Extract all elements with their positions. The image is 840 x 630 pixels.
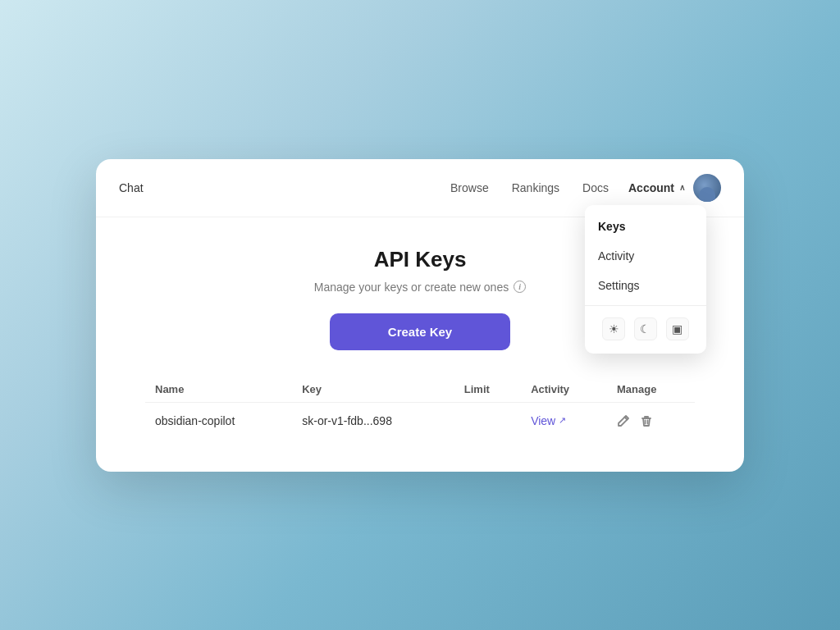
dropdown-settings-item[interactable]: Settings <box>585 271 706 300</box>
keys-table-container: Name Key Limit Activity Manage obsidian-… <box>135 377 705 439</box>
nav-docs-link[interactable]: Docs <box>582 181 609 194</box>
key-name-cell: obsidian-copilot <box>145 402 292 439</box>
trash-icon <box>640 414 653 427</box>
account-dropdown: Keys Activity Settings ☀ ☾ ▣ <box>585 205 706 354</box>
nav-rankings-link[interactable]: Rankings <box>512 181 559 194</box>
subtitle-text: Manage your keys or create new ones <box>314 281 509 294</box>
table-header: Name Key Limit Activity Manage <box>145 377 695 403</box>
theme-selector-row: ☀ ☾ ▣ <box>585 311 706 347</box>
dropdown-keys-item[interactable]: Keys <box>585 212 706 241</box>
dropdown-divider <box>585 305 706 306</box>
edit-key-button[interactable] <box>617 414 630 427</box>
col-activity: Activity <box>521 377 607 403</box>
dropdown-activity-item[interactable]: Activity <box>585 241 706 271</box>
external-link-icon: ↗ <box>559 415 566 426</box>
account-label: Account <box>628 181 674 194</box>
key-activity-cell: View ↗ <box>521 402 607 439</box>
activity-label: View <box>531 414 555 427</box>
avatar-image <box>693 174 721 202</box>
key-manage-cell <box>607 402 695 439</box>
system-theme-button[interactable]: ▣ <box>666 317 689 340</box>
col-name: Name <box>145 377 292 403</box>
table-row: obsidian-copilot sk-or-v1-fdb...698 View… <box>145 402 695 439</box>
nav-links: Browse Rankings Docs <box>450 181 609 194</box>
col-manage: Manage <box>607 377 695 403</box>
col-limit: Limit <box>454 377 521 403</box>
light-theme-button[interactable]: ☀ <box>602 317 625 340</box>
account-menu-trigger[interactable]: Account ∧ <box>628 181 685 194</box>
key-limit-cell <box>454 402 521 439</box>
avatar[interactable] <box>693 174 721 202</box>
create-key-button[interactable]: Create Key <box>330 313 510 350</box>
nav-chat-link[interactable]: Chat <box>119 181 144 194</box>
avatar-figure <box>699 187 715 202</box>
delete-key-button[interactable] <box>640 414 653 427</box>
keys-table: Name Key Limit Activity Manage obsidian-… <box>145 377 695 439</box>
main-card: Chat Browse Rankings Docs Account ∧ Keys… <box>96 159 744 472</box>
col-key: Key <box>292 377 454 403</box>
info-icon: i <box>514 281 526 293</box>
chevron-up-icon: ∧ <box>679 183 685 192</box>
activity-view-link[interactable]: View ↗ <box>531 414 597 427</box>
table-body: obsidian-copilot sk-or-v1-fdb...698 View… <box>145 402 695 439</box>
manage-icons-group <box>617 414 685 427</box>
edit-icon <box>617 414 630 427</box>
dark-theme-button[interactable]: ☾ <box>634 317 657 340</box>
nav-browse-link[interactable]: Browse <box>450 181 489 194</box>
key-value-cell: sk-or-v1-fdb...698 <box>292 402 454 439</box>
